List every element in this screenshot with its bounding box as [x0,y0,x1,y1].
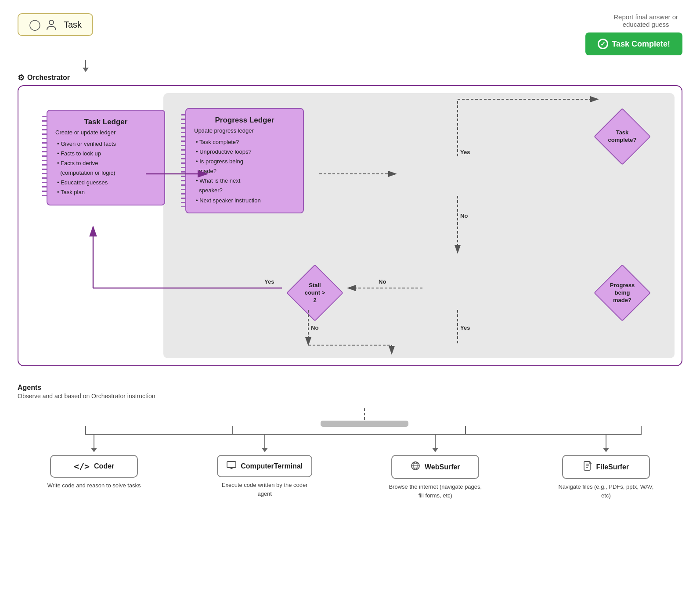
agent-col-filesurfer: FileSurfer Navigate files (e.g., PDFs, p… [530,435,682,500]
progress-diamond-container: Progressbeingmade? [594,264,651,321]
task-down-arrow-container [83,60,682,72]
task-ledger-item-1: Given or verified facts [57,139,156,149]
arrowhead [262,448,268,452]
coder-icon: </> [74,461,90,472]
websurfer-arrow [432,435,438,452]
arrow-line [85,60,86,68]
filesurfer-icon [583,461,592,473]
coder-desc: Write code and reason to solve tasks [47,481,141,490]
progress-item-3: Is progress being made? [196,157,295,176]
check-circle-icon: ✓ [598,39,608,49]
coder-box: </> Coder [50,455,138,478]
task-label: Task [64,20,82,30]
svg-rect-18 [321,421,408,427]
progress-item-2: Unproductive loops? [196,147,295,157]
progress-ledger-container: Progress Ledger Update progress ledger T… [185,108,304,213]
task-ledger-item-4: Educated guesses [57,178,156,187]
stall-diamond-container: Stallcount >2 [286,264,343,321]
top-right: Report final answer oreducated guess ✓ T… [585,13,682,55]
websurfer-icon [411,461,420,473]
task-complete-diamond-container: Taskcomplete? [594,108,651,165]
progress-item-5: Next speaker instruction [196,196,295,205]
agents-subtitle: Observe and act based on Orchestrator in… [18,393,682,400]
coder-arrow [91,435,97,452]
agent-col-terminal: ComputerTerminal Execute code written by… [188,435,341,498]
arrowhead-down [83,68,89,72]
top-section: ◯ Task Report final answer oreducated gu… [18,13,682,55]
websurfer-desc: Browse the internet (navigate pages, fil… [387,483,484,500]
task-ledger-item-3: Facts to derive (computation or logic) [57,159,156,178]
arrow-line [94,435,94,448]
terminal-desc: Execute code written by the coder agent [216,481,313,498]
task-ledger-container: Task Ledger Create or update ledger Give… [47,110,165,205]
agents-connector-row [18,408,682,435]
right-area: Progress Ledger Update progress ledger T… [177,95,668,357]
progress-item-1: Task complete? [196,137,295,147]
svg-point-0 [49,20,54,25]
progress-text: Progressbeingmade? [603,282,642,304]
progress-ledger-list: Task complete? Unproductive loops? Is pr… [194,137,295,205]
task-ledger-list: Given or verified facts Facts to look up… [55,139,156,198]
progress-ledger: Progress Ledger Update progress ledger T… [185,108,304,213]
arrow-line [606,435,606,448]
arrowhead [432,448,438,452]
websurfer-box: WebSurfer [391,455,479,479]
arrowhead [603,448,609,452]
arrow-line [435,435,436,448]
report-text: Report final answer oreducated guess [613,13,678,28]
filesurfer-box: FileSurfer [562,455,650,479]
terminal-box: ComputerTerminal [217,455,312,477]
task-complete-text: Taskcomplete? [603,129,642,144]
agent-col-coder: </> Coder Write code and reason to solve… [18,435,170,490]
agents-title: Agents [18,384,682,392]
agents-connector-svg [18,408,682,435]
orchestrator-label: ⚙ Orchestrator [18,73,682,83]
agents-section: Agents Observe and act based on Orchestr… [18,384,682,500]
complete-label: Task Complete! [612,40,670,49]
coder-label: Coder [94,462,114,470]
task-ledger-subtitle: Create or update ledger [55,129,156,136]
gear-icon: ⚙ [18,73,25,83]
terminal-label: ComputerTerminal [241,462,303,470]
terminal-icon [227,461,236,471]
stall-text: Stallcount >2 [295,282,335,304]
task-ledger-title: Task Ledger [55,118,156,126]
task-complete-diamond: Taskcomplete? [594,108,651,165]
arrowhead [91,448,97,452]
filesurfer-desc: Navigate files (e.g., PDFs, pptx, WAV, e… [558,483,654,500]
orchestrator-title: Orchestrator [27,74,70,82]
progress-ledger-title: Progress Ledger [194,116,295,125]
task-ledger-item-2: Facts to look up [57,149,156,159]
websurfer-label: WebSurfer [425,463,460,471]
filesurfer-arrow [603,435,609,452]
arrow-line [264,435,265,448]
progress-diamond: Progressbeingmade? [594,264,651,321]
task-complete-button[interactable]: ✓ Task Complete! [585,32,682,55]
agent-col-websurfer: WebSurfer Browse the internet (navigate … [359,435,512,500]
svg-rect-25 [227,461,236,468]
orchestrator-box: Yes No No Yes Yes No Task Ledger Create … [18,85,682,366]
filesurfer-label: FileSurfer [596,463,629,471]
person-icon [45,18,58,31]
user-icon: ◯ [29,18,41,31]
terminal-arrow [262,435,268,452]
progress-item-4: What is the next speaker? [196,176,295,195]
task-box: ◯ Task [18,13,93,36]
stall-diamond: Stallcount >2 [286,264,343,321]
task-ledger: Task Ledger Create or update ledger Give… [47,110,165,205]
progress-ledger-subtitle: Update progress ledger [194,127,295,134]
task-ledger-item-5: Task plan [57,187,156,197]
task-down-arrow [83,60,89,72]
agents-row: </> Coder Write code and reason to solve… [18,435,682,500]
